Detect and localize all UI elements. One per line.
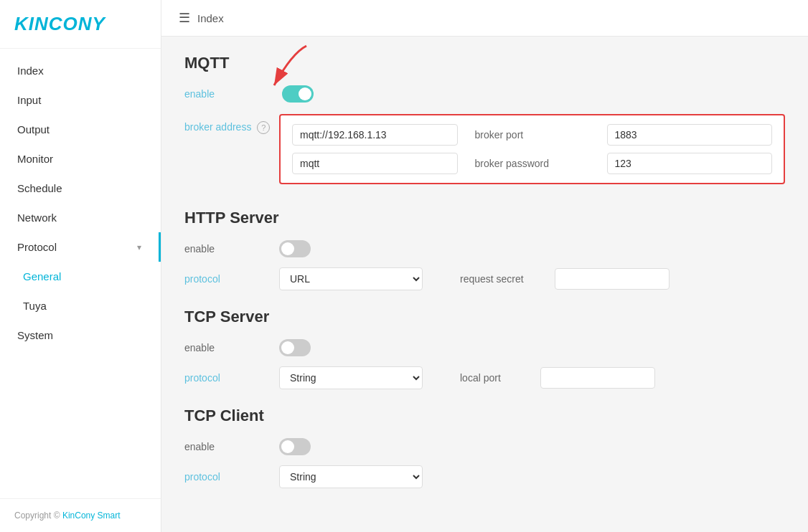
tcp-server-enable-row: enable [184, 339, 785, 356]
mqtt-enable-toggle[interactable] [282, 85, 314, 103]
http-request-secret-label: request secret [460, 273, 546, 285]
http-request-secret-input[interactable] [555, 268, 670, 290]
broker-password-input[interactable] [607, 153, 773, 174]
mqtt-title: MQTT [184, 54, 785, 72]
broker-port-input[interactable] [607, 124, 773, 146]
broker-address-input[interactable] [292, 124, 458, 146]
tcp-server-protocol-select[interactable]: String Hex JSON [279, 366, 423, 389]
tcp-client-protocol-select[interactable]: String Hex JSON [279, 465, 423, 488]
broker-password-label-inner: broker password [475, 158, 590, 169]
tcp-client-title: TCP Client [184, 407, 785, 425]
broker-port-label: broker port [475, 129, 590, 141]
tcp-server-enable-toggle[interactable] [279, 339, 311, 356]
tcp-server-title: TCP Server [184, 308, 785, 326]
tcp-client-protocol-label: protocol [184, 471, 271, 483]
sidebar-item-protocol[interactable]: Protocol ▾ [0, 232, 161, 262]
http-enable-label: enable [184, 243, 271, 255]
tcp-server-local-port-input[interactable] [540, 367, 655, 389]
broker-username-input[interactable] [292, 153, 458, 174]
tcp-server-enable-label: enable [184, 342, 271, 353]
chevron-down-icon: ▾ [137, 242, 141, 252]
http-enable-toggle[interactable] [279, 240, 311, 257]
http-server-section: HTTP Server enable protocol URL JSON Cus… [184, 209, 785, 290]
tcp-server-section: TCP Server enable protocol String Hex JS… [184, 308, 785, 389]
tcp-client-section: TCP Client enable protocol String Hex JS… [184, 407, 785, 488]
logo: KINCONY [0, 0, 161, 49]
http-protocol-row: protocol URL JSON Custom request secret [184, 267, 785, 290]
sidebar: KINCONY Index Input Output Monitor Sched… [0, 0, 161, 532]
sidebar-item-network[interactable]: Network [0, 203, 161, 232]
tcp-server-local-port-label: local port [460, 372, 532, 384]
footer: Copyright © KinCony Smart [0, 498, 161, 532]
tcp-client-protocol-row: protocol String Hex JSON [184, 465, 785, 488]
sidebar-nav: Index Input Output Monitor Schedule Netw… [0, 49, 161, 498]
page-content: MQTT enable [161, 37, 808, 532]
tcp-client-enable-label: enable [184, 441, 271, 452]
tcp-server-protocol-label: protocol [184, 372, 271, 384]
sidebar-item-input[interactable]: Input [0, 85, 161, 115]
http-server-title: HTTP Server [184, 209, 785, 227]
sidebar-item-schedule[interactable]: Schedule [0, 174, 161, 203]
mqtt-enable-label: enable [184, 88, 271, 100]
http-protocol-select[interactable]: URL JSON Custom [279, 267, 423, 290]
tcp-client-enable-row: enable [184, 438, 785, 455]
tcp-client-enable-toggle[interactable] [279, 438, 311, 455]
broker-address-label: broker address [184, 121, 251, 133]
topbar: ☰ Index [161, 0, 808, 37]
http-protocol-label: protocol [184, 273, 271, 285]
main-content: ☰ Index MQTT enable [161, 0, 808, 532]
mqtt-enable-row: enable [184, 85, 785, 103]
sidebar-item-output[interactable]: Output [0, 115, 161, 144]
topbar-title: Index [197, 12, 224, 24]
mqtt-section: MQTT enable [184, 54, 785, 191]
sidebar-item-tuya[interactable]: Tuya [0, 291, 161, 320]
sidebar-item-general[interactable]: General [0, 262, 161, 291]
help-icon[interactable]: ? [257, 121, 270, 134]
sidebar-item-index[interactable]: Index [0, 56, 161, 85]
sidebar-item-system[interactable]: System [0, 320, 161, 350]
logo-text: KINCONY [14, 13, 105, 34]
sidebar-item-monitor[interactable]: Monitor [0, 144, 161, 174]
mqtt-fields-box: broker port broker username broker passw… [279, 114, 785, 184]
menu-icon[interactable]: ☰ [179, 10, 190, 26]
footer-link[interactable]: KinCony Smart [62, 510, 121, 521]
http-enable-row: enable [184, 240, 785, 257]
tcp-server-protocol-row: protocol String Hex JSON local port [184, 366, 785, 389]
